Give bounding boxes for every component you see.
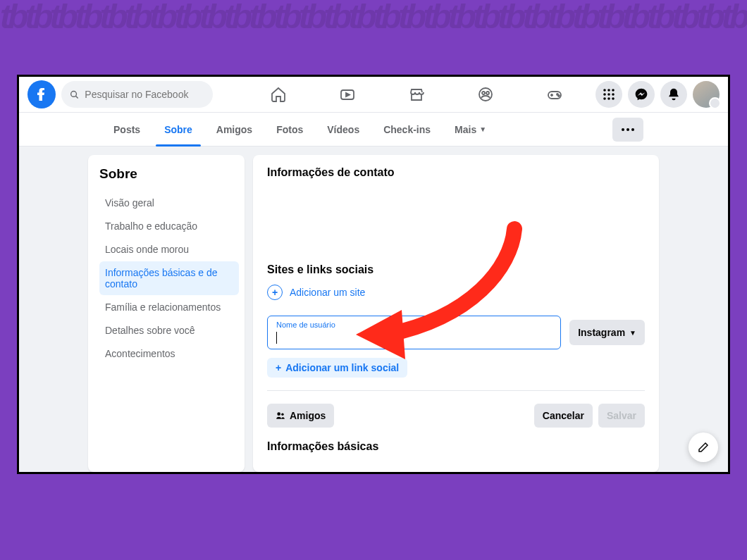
nav-groups[interactable] xyxy=(454,77,517,111)
caret-down-icon: ▼ xyxy=(479,125,486,133)
svg-point-21 xyxy=(622,128,624,131)
svg-point-5 xyxy=(482,92,485,94)
messenger-button[interactable] xyxy=(628,81,655,108)
contact-header: Informações de contato xyxy=(267,166,645,179)
tab-amigos[interactable]: Amigos xyxy=(205,113,264,147)
svg-point-14 xyxy=(612,89,615,92)
sidebar-item-contact-basic[interactable]: Informações básicas e de contato xyxy=(99,261,239,295)
tab-fotos[interactable]: Fotos xyxy=(265,113,314,147)
svg-point-13 xyxy=(607,89,610,92)
sidebar-item-label: Acontecimentos xyxy=(105,348,175,359)
nav-marketplace[interactable] xyxy=(385,77,448,111)
home-icon xyxy=(270,86,287,103)
add-site-button[interactable]: + Adicionar um site xyxy=(267,285,645,300)
friends-icon xyxy=(276,411,285,421)
sidebar-title: Sobre xyxy=(99,166,239,182)
about-sidebar: Sobre Visão geral Trabalho e educação Lo… xyxy=(88,155,245,472)
floating-edit-button[interactable] xyxy=(689,433,718,462)
svg-point-11 xyxy=(558,95,560,97)
svg-point-0 xyxy=(71,91,77,97)
audience-selector[interactable]: Amigos xyxy=(267,404,334,428)
sidebar-item-overview[interactable]: Visão geral xyxy=(99,192,239,214)
tab-label: Vídeos xyxy=(327,124,359,135)
menu-grid-icon xyxy=(603,88,615,101)
add-social-label: Adicionar um link social xyxy=(285,362,399,373)
sidebar-item-label: Detalhes sobre você xyxy=(105,325,195,336)
marketplace-icon xyxy=(408,86,425,103)
gaming-icon xyxy=(546,86,563,103)
platform-select[interactable]: Instagram ▼ xyxy=(569,320,645,345)
sidebar-item-family[interactable]: Família e relacionamentos xyxy=(99,296,239,318)
svg-line-1 xyxy=(75,96,78,98)
plus-icon: + xyxy=(276,362,281,373)
sidebar-item-events[interactable]: Acontecimentos xyxy=(99,342,239,365)
tab-label: Check-ins xyxy=(383,124,431,135)
svg-point-19 xyxy=(607,97,610,100)
profile-tabs: Posts Sobre Amigos Fotos Vídeos Check-in… xyxy=(19,113,728,147)
svg-point-18 xyxy=(603,97,606,100)
facebook-logo[interactable] xyxy=(27,80,56,108)
svg-point-24 xyxy=(277,412,280,416)
sidebar-item-label: Informações básicas e de contato xyxy=(105,267,218,290)
basic-info-header: Informações básicas xyxy=(267,440,645,453)
cancel-button[interactable]: Cancelar xyxy=(534,404,593,428)
sidebar-item-label: Trabalho e educação xyxy=(105,220,197,232)
sidebar-item-label: Visão geral xyxy=(105,197,154,209)
tab-posts[interactable]: Posts xyxy=(102,113,152,147)
username-field[interactable]: Nome de usuário xyxy=(267,316,561,349)
menu-button[interactable] xyxy=(595,81,622,108)
save-label: Salvar xyxy=(607,410,636,421)
main-panel: Informações de contato Sites e links soc… xyxy=(253,155,659,472)
svg-point-25 xyxy=(281,413,284,416)
notifications-button[interactable] xyxy=(660,81,687,108)
plus-circle-icon: + xyxy=(267,285,283,300)
save-button[interactable]: Salvar xyxy=(598,404,645,428)
sidebar-item-details[interactable]: Detalhes sobre você xyxy=(99,319,239,342)
add-site-label: Adicionar um site xyxy=(290,287,365,298)
audience-label: Amigos xyxy=(290,410,326,421)
tab-label: Amigos xyxy=(216,124,252,135)
nav-watch[interactable] xyxy=(316,77,379,111)
svg-point-12 xyxy=(603,89,606,92)
svg-point-17 xyxy=(612,93,615,96)
app-window: Posts Sobre Amigos Fotos Vídeos Check-in… xyxy=(17,75,730,474)
groups-icon xyxy=(477,86,494,103)
svg-point-16 xyxy=(607,93,610,96)
nav-gaming[interactable] xyxy=(523,77,586,111)
profile-overflow-button[interactable] xyxy=(612,118,643,142)
account-avatar[interactable] xyxy=(693,81,720,108)
top-bar xyxy=(19,77,728,113)
divider xyxy=(267,390,645,391)
svg-point-6 xyxy=(486,92,489,94)
tab-videos[interactable]: Vídeos xyxy=(316,113,371,147)
bell-icon xyxy=(667,87,681,101)
username-label: Nome de usuário xyxy=(276,321,552,329)
search-input[interactable] xyxy=(85,89,204,100)
svg-marker-3 xyxy=(346,93,350,97)
sites-header: Sites e links sociais xyxy=(267,263,645,276)
svg-point-15 xyxy=(603,93,606,96)
cancel-label: Cancelar xyxy=(543,410,584,421)
search-field[interactable] xyxy=(61,81,213,108)
tab-label: Sobre xyxy=(164,124,192,135)
tab-label: Posts xyxy=(113,124,140,135)
svg-point-23 xyxy=(631,128,634,131)
svg-point-4 xyxy=(479,88,492,101)
tab-label: Mais xyxy=(455,124,476,135)
tab-sobre[interactable]: Sobre xyxy=(153,113,204,147)
content-area: Sobre Visão geral Trabalho e educação Lo… xyxy=(19,147,728,472)
sidebar-item-places[interactable]: Locais onde morou xyxy=(99,238,239,261)
search-icon xyxy=(70,89,79,100)
ellipsis-icon xyxy=(622,128,634,131)
watch-icon xyxy=(339,86,356,103)
messenger-icon xyxy=(634,87,648,101)
sidebar-item-label: Locais onde morou xyxy=(105,244,189,255)
add-social-link-button[interactable]: + Adicionar um link social xyxy=(267,358,407,378)
sidebar-item-label: Família e relacionamentos xyxy=(105,301,221,313)
tab-checkins[interactable]: Check-ins xyxy=(372,113,442,147)
tab-mais[interactable]: Mais▼ xyxy=(443,113,498,147)
svg-point-22 xyxy=(626,128,629,131)
platform-selected-label: Instagram xyxy=(578,327,625,338)
nav-home[interactable] xyxy=(247,77,310,111)
sidebar-item-work[interactable]: Trabalho e educação xyxy=(99,215,239,237)
